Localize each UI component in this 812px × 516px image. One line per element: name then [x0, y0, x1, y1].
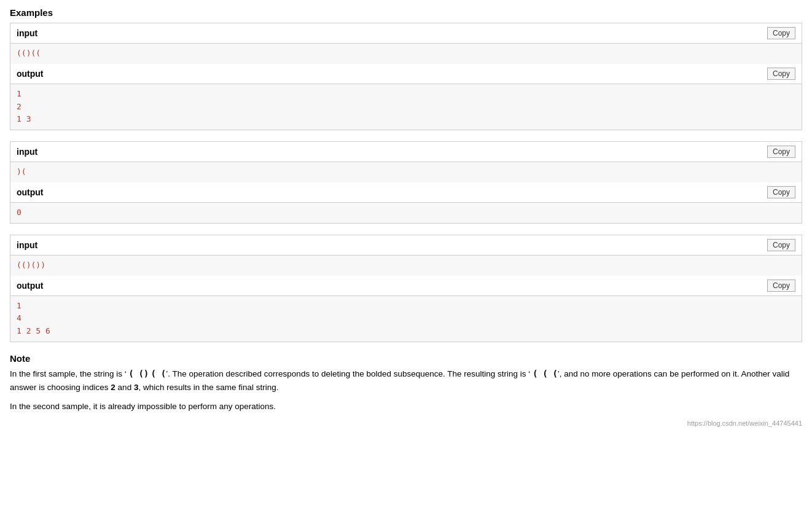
note-paragraph-1: In the first sample, the string is ‘ ( (… [10, 367, 802, 394]
input-header-1: input Copy [10, 23, 802, 44]
output-content-3: 1 4 1 2 5 6 [10, 296, 802, 342]
input-content-2: )( [10, 162, 802, 182]
copy-output-button-1[interactable]: Copy [767, 68, 795, 80]
output-content-1: 1 2 1 3 [10, 84, 802, 130]
example-block-1: input Copy (()(( output Copy 1 2 1 3 [10, 23, 802, 130]
input-content-3: (()()) [10, 256, 802, 276]
example-block-3: input Copy (()()) output Copy 1 4 1 2 5 … [10, 235, 802, 342]
output-header-3: output Copy [10, 276, 802, 296]
note-title: Note [10, 353, 802, 364]
input-header-2: input Copy [10, 142, 802, 162]
input-label-3: input [17, 240, 37, 250]
note-section: Note In the first sample, the string is … [10, 353, 802, 427]
copy-input-button-3[interactable]: Copy [767, 239, 795, 251]
output-label-2: output [17, 187, 44, 197]
note-paragraph-2: In the second sample, it is already impo… [10, 400, 802, 413]
copy-input-button-2[interactable]: Copy [767, 146, 795, 158]
copy-output-button-3[interactable]: Copy [767, 280, 795, 292]
copy-input-button-1[interactable]: Copy [767, 27, 795, 39]
output-label-3: output [17, 281, 44, 291]
output-content-2: 0 [10, 203, 802, 223]
output-header-2: output Copy [10, 182, 802, 203]
examples-title: Examples [10, 7, 802, 18]
input-header-3: input Copy [10, 235, 802, 256]
output-header-1: output Copy [10, 64, 802, 84]
copy-output-button-2[interactable]: Copy [767, 186, 795, 198]
input-content-1: (()(( [10, 44, 802, 64]
example-block-2: input Copy )( output Copy 0 [10, 141, 802, 224]
output-label-1: output [17, 69, 44, 79]
input-label-1: input [17, 28, 37, 38]
url-hint: https://blog.csdn.net/weixin_44745441 [10, 420, 802, 427]
examples-section: Examples input Copy (()(( output Copy 1 … [10, 7, 802, 342]
input-label-2: input [17, 147, 37, 157]
